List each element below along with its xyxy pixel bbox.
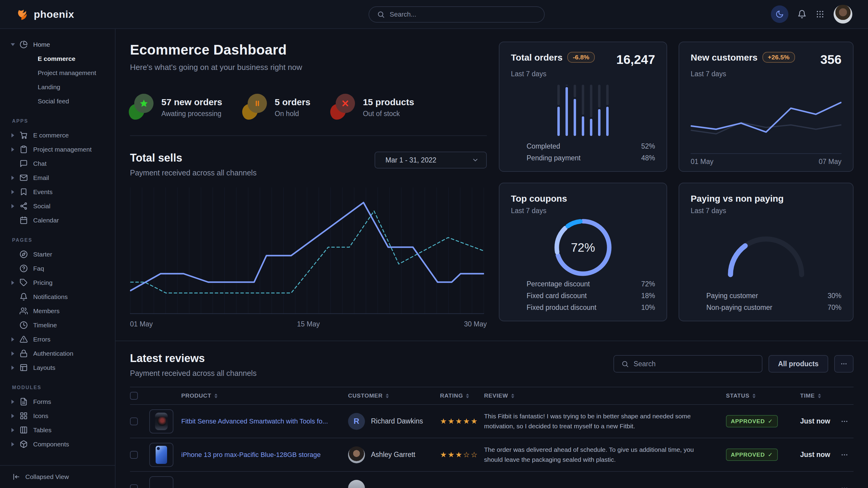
sidebar-item[interactable]: Layouts (0, 360, 115, 375)
x-label: 01 May (130, 320, 153, 328)
warning-icon (20, 335, 28, 343)
customer-cell[interactable] (348, 480, 440, 488)
share-icon (20, 202, 28, 210)
sidebar-item[interactable]: Events (0, 185, 115, 199)
sidebar-item[interactable]: Timeline (0, 318, 115, 332)
more-icon (841, 451, 848, 459)
column-header[interactable]: REVIEW (484, 392, 726, 399)
column-header[interactable]: PRODUCT (181, 392, 348, 399)
trend-badge: -6.8% (567, 52, 595, 63)
clipboard-icon (20, 145, 28, 154)
sidebar-subitem[interactable]: Landing (0, 80, 115, 94)
column-label: STATUS (726, 392, 749, 399)
global-search-input[interactable]: Search... (369, 6, 545, 23)
reviews-search-input[interactable]: Search (614, 355, 763, 372)
legend-value: 10% (641, 303, 655, 312)
sidebar-item[interactable]: Email (0, 171, 115, 185)
sidebar-section-modules: Forms Icons Tables (0, 395, 115, 451)
row-checkbox[interactable] (130, 484, 138, 488)
legend-row: Completed 52% (511, 142, 655, 151)
sidebar-item[interactable]: Chat (0, 157, 115, 171)
customer-cell[interactable]: R Richard Dawkins (348, 413, 440, 430)
apps-grid-button[interactable] (815, 10, 825, 19)
column-header[interactable]: CUSTOMER (348, 392, 440, 399)
sidebar-item[interactable]: Calendar (0, 213, 115, 227)
product-thumbnail[interactable] (149, 476, 174, 488)
product-link[interactable]: Fitbit Sense Advanced Smartwatch with To… (181, 418, 348, 425)
legend-value: 48% (641, 154, 655, 162)
legend-value: 70% (828, 303, 841, 312)
check-icon: ✓ (768, 451, 773, 458)
sidebar-item[interactable]: Pricing (0, 275, 115, 290)
row-more-button[interactable] (836, 451, 853, 459)
sidebar-item-label: Authentication (33, 350, 73, 357)
sidebar-item[interactable]: Social (0, 199, 115, 213)
flame-logo-icon (16, 7, 29, 21)
table-row: iPhone 13 pro max-Pacific Blue-128GB sto… (130, 438, 854, 472)
all-products-filter-button[interactable]: All products (769, 355, 828, 372)
rating-stars: ★★★☆☆ (440, 450, 484, 459)
theme-toggle-button[interactable] (771, 5, 788, 23)
row-checkbox[interactable] (130, 451, 138, 459)
sort-icon (214, 394, 217, 398)
column-header[interactable]: STATUS (726, 392, 800, 399)
sidebar-item[interactable]: Icons (0, 409, 115, 423)
select-all-checkbox[interactable] (130, 392, 138, 400)
collapse-sidebar-button[interactable]: Collapsed View (0, 465, 115, 488)
legend-value: 18% (641, 292, 655, 300)
user-avatar[interactable] (834, 5, 852, 24)
x-label: 30 May (464, 320, 487, 328)
column-header[interactable]: RATING (440, 392, 484, 399)
stat-title: 5 orders (275, 97, 310, 107)
review-text: This Fitbit is fantastic! I was trying t… (484, 412, 726, 431)
date-range-picker[interactable]: Mar 1 - 31, 2022 (375, 152, 487, 168)
reviews-subtitle: Payment received across all channels (130, 369, 257, 378)
sidebar-item[interactable]: Components (0, 437, 115, 451)
sidebar-home-children: E commerce Project management Landing So… (0, 52, 115, 108)
legend-label: Percentage discount (527, 280, 590, 288)
column-label: TIME (800, 392, 815, 399)
row-more-button[interactable] (836, 484, 853, 488)
total-sells-chart-svg (130, 188, 484, 314)
app: phoenix Search... Home (0, 0, 868, 488)
reviews-more-button[interactable] (834, 355, 854, 372)
review-text: The order was delivered ahead of schedul… (484, 445, 726, 464)
status-badge: APPROVED✓ (726, 415, 778, 427)
column-label: REVIEW (484, 392, 508, 399)
sidebar-item[interactable]: Project management (0, 142, 115, 157)
notifications-button[interactable] (798, 10, 806, 19)
stat-subtitle: Awating processing (161, 110, 222, 118)
sidebar-item-home[interactable]: Home (0, 37, 115, 52)
row-checkbox[interactable] (130, 418, 138, 425)
sidebar-subitem[interactable]: Project management (0, 66, 115, 80)
sidebar-item[interactable]: Forms (0, 395, 115, 409)
sidebar-item[interactable]: Notifications (0, 290, 115, 304)
customer-name: Ashley Garrett (371, 451, 415, 459)
row-more-button[interactable] (836, 418, 853, 425)
column-header[interactable]: TIME (800, 392, 836, 399)
sidebar-subitem[interactable]: E commerce (0, 52, 115, 66)
donut-center-label: 72% (551, 216, 615, 279)
column-label: CUSTOMER (348, 392, 383, 399)
review-time: Just now (800, 417, 836, 425)
caret-right-icon (11, 352, 14, 356)
product-thumbnail[interactable] (149, 443, 174, 467)
sidebar-item[interactable]: Errors (0, 332, 115, 346)
sidebar-item-label: Timeline (33, 322, 57, 329)
sidebar-item[interactable]: Tables (0, 423, 115, 437)
reviews-search-placeholder: Search (634, 360, 656, 368)
customer-cell[interactable]: Ashley Garrett (348, 446, 440, 463)
apps-grid-icon (815, 10, 825, 19)
sidebar-subitem[interactable]: Social feed (0, 94, 115, 108)
sidebar-item[interactable]: Faq (0, 261, 115, 275)
brand[interactable]: phoenix (16, 7, 74, 21)
product-link[interactable]: iPhone 13 pro max-Pacific Blue-128GB sto… (181, 451, 348, 459)
product-thumbnail[interactable] (149, 409, 174, 433)
sidebar-item[interactable]: Members (0, 304, 115, 318)
sidebar-item[interactable]: E commerce (0, 128, 115, 142)
sidebar-item[interactable]: Starter (0, 247, 115, 261)
sidebar-item[interactable]: Authentication (0, 346, 115, 360)
rating-stars: ★★★★★ (440, 417, 484, 426)
sidebar-item-label: Faq (33, 265, 44, 272)
dashboard-left-column: Ecommerce Dashboard Here's what's going … (130, 42, 487, 340)
